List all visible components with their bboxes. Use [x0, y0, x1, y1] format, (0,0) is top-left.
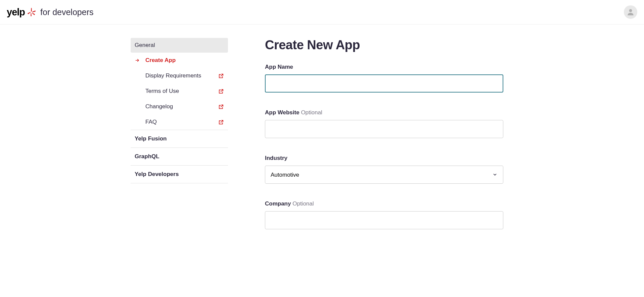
arrow-right-icon	[135, 58, 140, 63]
optional-text: Optional	[292, 200, 314, 207]
sidebar-item-terms-of-use[interactable]: Terms of Use	[131, 83, 228, 99]
sidebar-item-yelp-developers[interactable]: Yelp Developers	[131, 165, 228, 183]
app-name-input[interactable]	[265, 74, 503, 93]
app-website-input[interactable]	[265, 120, 503, 138]
tagline-text: for developers	[40, 7, 93, 17]
sidebar-item-faq[interactable]: FAQ	[131, 114, 228, 130]
industry-select[interactable]: Automotive	[265, 166, 503, 184]
sidebar-section-general[interactable]: General	[131, 38, 228, 53]
external-link-icon	[218, 73, 224, 79]
main-content: Create New App App Name App Website Opti…	[228, 38, 503, 246]
sidebar-item-yelp-fusion[interactable]: Yelp Fusion	[131, 130, 228, 147]
logo-area[interactable]: yelp for developers	[7, 7, 93, 18]
company-input[interactable]	[265, 211, 503, 229]
top-header: yelp for developers	[0, 0, 644, 24]
sidebar-item-changelog[interactable]: Changelog	[131, 99, 228, 114]
sidebar-item-label: Display Requirements	[145, 72, 201, 79]
sidebar-item-label: Create App	[145, 57, 176, 64]
form-group-app-website: App Website Optional	[265, 109, 503, 138]
sidebar-item-graphql[interactable]: GraphQL	[131, 147, 228, 165]
yelp-burst-icon	[27, 7, 36, 17]
user-icon	[626, 8, 635, 16]
form-group-industry: Industry Automotive	[265, 155, 503, 184]
sidebar-item-display-requirements[interactable]: Display Requirements	[131, 68, 228, 83]
form-group-company: Company Optional	[265, 200, 503, 229]
external-link-icon	[218, 119, 224, 125]
sidebar: General Create App Display Requirements …	[131, 38, 228, 246]
svg-point-0	[629, 9, 632, 12]
industry-label: Industry	[265, 155, 503, 162]
yelp-logo-text: yelp	[7, 7, 25, 18]
external-link-icon	[218, 104, 224, 110]
app-name-label: App Name	[265, 64, 503, 70]
company-label: Company Optional	[265, 200, 503, 207]
external-link-icon	[218, 88, 224, 94]
main-container: General Create App Display Requirements …	[87, 24, 557, 246]
page-title: Create New App	[265, 38, 503, 52]
sidebar-item-label: FAQ	[145, 119, 157, 125]
optional-text: Optional	[301, 109, 322, 116]
app-website-label: App Website Optional	[265, 109, 503, 116]
form-group-app-name: App Name	[265, 64, 503, 93]
sidebar-item-create-app[interactable]: Create App	[131, 53, 228, 68]
user-avatar[interactable]	[624, 5, 637, 19]
sidebar-item-label: Changelog	[145, 103, 173, 110]
sidebar-item-label: Terms of Use	[145, 88, 179, 95]
